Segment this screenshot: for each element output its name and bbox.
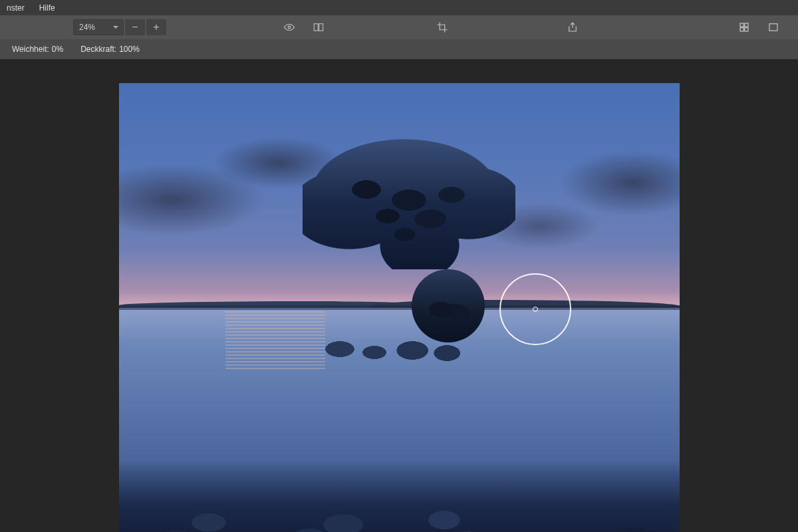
compare-icon[interactable] [307,19,330,36]
brush-cursor[interactable] [499,273,571,345]
zoom-controls: 24% − + [73,19,166,35]
softness-option[interactable]: Weichheit: 0% [12,45,63,54]
softness-label: Weichheit: [12,45,49,54]
photo-rocks-foreground [119,436,680,532]
opacity-value: 100% [119,45,140,54]
menu-item-hilfe[interactable]: Hilfe [39,3,55,13]
zoom-select[interactable]: 24% [73,19,124,35]
opacity-option[interactable]: Deckkraft: 100% [80,45,140,54]
opacity-label: Deckkraft: [80,45,116,54]
softness-value: 0% [52,45,63,54]
grid-view-icon[interactable] [733,19,755,36]
svg-rect-4 [745,23,748,27]
preview-icon[interactable] [278,19,301,36]
svg-rect-7 [769,24,777,31]
zoom-in-button[interactable]: + [146,19,166,35]
main-toolbar: 24% − + [0,15,798,39]
zoom-value: 24% [79,23,95,32]
menu-item-fenster[interactable]: nster [7,3,25,13]
clone-stamp-stroke [303,136,515,269]
clone-source-preview [412,269,485,342]
svg-rect-5 [740,28,743,31]
svg-rect-6 [745,28,748,31]
workspace: + [0,59,798,532]
zoom-out-button[interactable]: − [125,19,145,35]
crop-icon[interactable] [431,19,454,36]
svg-point-0 [288,26,291,29]
menu-bar: nster Hilfe [0,0,798,15]
share-icon[interactable] [561,19,584,36]
single-view-icon[interactable] [762,19,785,36]
svg-rect-3 [740,23,743,27]
image-canvas[interactable]: + [119,83,680,532]
svg-rect-1 [314,24,318,31]
svg-rect-2 [319,24,323,31]
tool-options-bar: Weichheit: 0% Deckkraft: 100% [0,39,798,59]
